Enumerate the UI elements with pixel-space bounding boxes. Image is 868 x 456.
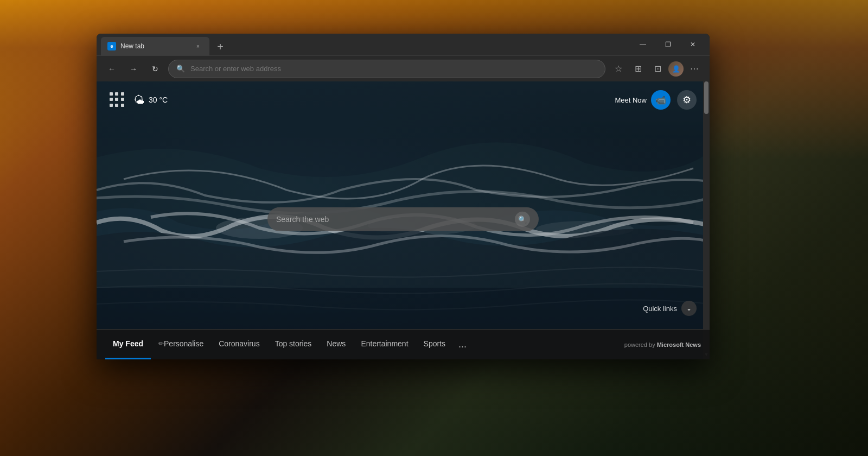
forward-button[interactable]: →: [125, 60, 142, 78]
back-button[interactable]: ←: [103, 60, 120, 78]
apps-grid-button[interactable]: [110, 92, 125, 107]
weather-icon: 🌤: [133, 94, 144, 106]
quick-links-toggle-button[interactable]: ⌄: [681, 301, 697, 316]
feed-tabs-bar: My Feed ✏ Personalise Coronavirus Top st…: [97, 329, 710, 359]
search-input[interactable]: [276, 215, 508, 224]
grid-dot: [115, 98, 118, 101]
tab-top-stories[interactable]: Top stories: [267, 330, 320, 359]
tab-bar: e New tab × +: [101, 34, 630, 55]
search-box[interactable]: 🔍: [267, 207, 539, 231]
pencil-icon: ✏: [158, 340, 164, 347]
scrollbar-track: ▲ ▼: [703, 81, 710, 359]
search-button[interactable]: 🔍: [515, 212, 530, 227]
navigation-bar: ← → ↻ 🔍 ☆ ⊞ ⊡ 👤 ⋯: [97, 55, 710, 81]
meet-now-icon: 📹: [651, 90, 671, 110]
feed-more-button[interactable]: ...: [453, 334, 472, 354]
active-tab[interactable]: e New tab ×: [101, 37, 209, 55]
more-button[interactable]: ⋯: [686, 60, 703, 78]
meet-now-label: Meet Now: [615, 96, 647, 104]
favorite-button[interactable]: ☆: [610, 60, 627, 78]
address-search-icon: 🔍: [176, 65, 185, 73]
newtab-top-left: 🌤 30 °C: [110, 92, 168, 107]
grid-dot: [115, 104, 118, 107]
quick-links-label: Quick links: [643, 305, 677, 313]
scrollbar-thumb[interactable]: [704, 81, 709, 114]
tab-entertainment[interactable]: Entertainment: [353, 330, 416, 359]
title-bar: e New tab × + — ❐ ✕: [97, 34, 710, 55]
grid-dot: [121, 92, 124, 96]
grid-dot: [121, 98, 124, 101]
tab-coronavirus[interactable]: Coronavirus: [211, 330, 267, 359]
close-button[interactable]: ✕: [680, 36, 705, 53]
meet-now-button[interactable]: Meet Now 📹: [615, 90, 671, 110]
newtab-topbar: 🌤 30 °C Meet Now 📹 ⚙: [110, 90, 697, 110]
grid-dot: [110, 98, 113, 101]
grid-dot: [115, 92, 118, 96]
weather-temperature: 30 °C: [149, 96, 168, 104]
tab-sports[interactable]: Sports: [416, 330, 453, 359]
weather-widget[interactable]: 🌤 30 °C: [133, 94, 168, 106]
new-tab-button[interactable]: +: [212, 38, 229, 55]
grid-dot: [121, 104, 124, 107]
tab-favicon: e: [107, 42, 116, 50]
grid-dot: [110, 104, 113, 107]
powered-by: powered by Microsoft News: [624, 341, 705, 348]
address-bar[interactable]: 🔍: [168, 60, 605, 78]
window-controls: — ❐ ✕: [630, 36, 705, 53]
tab-title: New tab: [120, 42, 189, 50]
maximize-button[interactable]: ❐: [655, 36, 680, 53]
grid-dot: [110, 92, 113, 96]
minimize-button[interactable]: —: [630, 36, 655, 53]
quick-links-area: Quick links ⌄: [643, 301, 697, 316]
tab-news[interactable]: News: [319, 330, 353, 359]
save-button[interactable]: ⊡: [649, 60, 666, 78]
address-input[interactable]: [190, 65, 597, 73]
newtab-top-right: Meet Now 📹 ⚙: [615, 90, 697, 110]
browser-content: 🌤 30 °C Meet Now 📹 ⚙ 🔍 Quick links ⌄: [97, 81, 710, 359]
tab-personalise[interactable]: ✏ Personalise: [151, 330, 211, 359]
tab-my-feed[interactable]: My Feed: [105, 330, 151, 359]
search-container: 🔍: [267, 207, 539, 231]
profile-avatar[interactable]: 👤: [668, 61, 684, 77]
refresh-button[interactable]: ↻: [146, 60, 164, 78]
tab-close-button[interactable]: ×: [193, 41, 203, 51]
nav-actions: ☆ ⊞ ⊡ 👤 ⋯: [610, 60, 703, 78]
browser-window: e New tab × + — ❐ ✕ ← → ↻ 🔍 ☆ ⊞ ⊡ 👤 ⋯: [97, 34, 710, 359]
collections-button[interactable]: ⊞: [629, 60, 647, 78]
settings-button[interactable]: ⚙: [677, 90, 697, 110]
